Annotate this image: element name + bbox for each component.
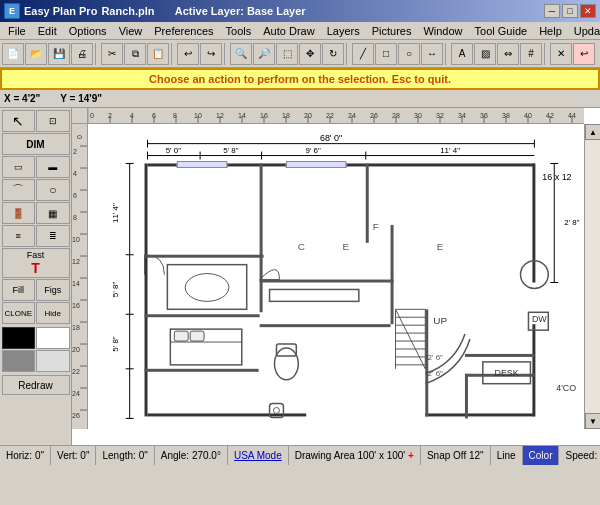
title-bar: E Easy Plan Pro Ranch.pln Active Layer: …	[0, 0, 600, 22]
menu-pictures[interactable]: Pictures	[366, 24, 418, 38]
arc-button[interactable]: ⌒	[2, 179, 36, 201]
toolbar-sep-2	[171, 43, 175, 65]
rotate-button[interactable]: ↻	[322, 43, 344, 65]
window-button[interactable]: ▦	[36, 202, 70, 224]
select-button[interactable]: ⬚	[276, 43, 298, 65]
coord-bar: X = 4'2" Y = 14'9"	[0, 90, 600, 108]
clone-button[interactable]: CLONE	[2, 302, 36, 324]
select-area-button[interactable]: ⊡	[36, 110, 70, 132]
menu-view[interactable]: View	[113, 24, 149, 38]
wall2-button[interactable]: ▬	[36, 156, 70, 178]
svg-text:2' 6": 2' 6"	[428, 369, 444, 378]
text-button[interactable]: A	[451, 43, 473, 65]
stair-button[interactable]: ≡	[2, 225, 36, 247]
hide-button[interactable]: Hide	[36, 302, 70, 324]
zoom-out-button[interactable]: 🔎	[253, 43, 275, 65]
fill-tool-button[interactable]: Fill	[2, 279, 36, 301]
maximize-button[interactable]: □	[562, 4, 578, 18]
drawing-area-label: Drawing Area	[295, 450, 355, 461]
color-swatch-1[interactable]	[2, 327, 36, 349]
line-button[interactable]: ╱	[352, 43, 374, 65]
svg-text:14: 14	[72, 280, 80, 287]
scroll-up-button[interactable]: ▲	[585, 124, 600, 140]
menu-edit[interactable]: Edit	[32, 24, 63, 38]
grid-button[interactable]: #	[520, 43, 542, 65]
print-button[interactable]: 🖨	[71, 43, 93, 65]
menu-layers[interactable]: Layers	[321, 24, 366, 38]
menu-updates[interactable]: Updates	[568, 24, 600, 38]
rect-button[interactable]: □	[375, 43, 397, 65]
menu-autodraw[interactable]: Auto Draw	[257, 24, 320, 38]
usa-mode-button[interactable]: USA Mode	[228, 446, 289, 465]
circle-button[interactable]: ○	[398, 43, 420, 65]
copy-button[interactable]: ⧉	[124, 43, 146, 65]
svg-rect-103	[391, 225, 394, 324]
scrollbar-vertical[interactable]: ▲ ▼	[584, 124, 600, 429]
dim-button[interactable]: DIM	[2, 133, 70, 155]
dimension-button[interactable]: ↔	[421, 43, 443, 65]
usa-mode-label: USA Mode	[234, 450, 282, 461]
horiz-label: Horiz: 0"	[6, 450, 44, 461]
menu-preferences[interactable]: Preferences	[148, 24, 219, 38]
door-button[interactable]: 🚪	[2, 202, 36, 224]
menu-options[interactable]: Options	[63, 24, 113, 38]
delete-button[interactable]: ✕	[550, 43, 572, 65]
save-button[interactable]: 💾	[48, 43, 70, 65]
color-button[interactable]: Color	[523, 446, 560, 465]
color-swatch-4[interactable]	[36, 350, 70, 372]
text-fast-button[interactable]: Fast T	[2, 248, 70, 278]
angle-label: Angle: 270.0°	[161, 450, 221, 461]
select-arrow-button[interactable]: ↖	[2, 110, 36, 132]
open-button[interactable]: 📂	[25, 43, 47, 65]
menu-toolguide[interactable]: Tool Guide	[469, 24, 534, 38]
stair2-button[interactable]: ≣	[36, 225, 70, 247]
menu-window[interactable]: Window	[417, 24, 468, 38]
svg-text:4: 4	[73, 170, 77, 177]
length-status: Length: 0"	[96, 446, 154, 465]
fill-button[interactable]: ▨	[474, 43, 496, 65]
svg-rect-97	[425, 413, 534, 416]
svg-text:44: 44	[568, 112, 576, 119]
undo-button[interactable]: ↩	[177, 43, 199, 65]
minimize-button[interactable]: ─	[544, 4, 560, 18]
move-button[interactable]: ✥	[299, 43, 321, 65]
redraw-button[interactable]: Redraw	[2, 375, 70, 395]
scroll-down-button[interactable]: ▼	[585, 413, 600, 429]
svg-text:16: 16	[260, 112, 268, 119]
color-swatch-3[interactable]	[2, 350, 36, 372]
zoom-in-button[interactable]: 🔍	[230, 43, 252, 65]
paste-button[interactable]: 📋	[147, 43, 169, 65]
svg-rect-107	[260, 324, 391, 327]
svg-text:18: 18	[282, 112, 290, 119]
mirror-button[interactable]: ⇔	[497, 43, 519, 65]
redo-button[interactable]: ↪	[200, 43, 222, 65]
active-layer: Active Layer: Base Layer	[175, 5, 306, 17]
close-button[interactable]: ✕	[580, 4, 596, 18]
svg-text:12: 12	[72, 258, 80, 265]
scroll-track-v[interactable]	[585, 140, 600, 413]
svg-text:9' 6": 9' 6"	[306, 146, 322, 155]
new-button[interactable]: 📄	[2, 43, 24, 65]
svg-rect-168	[286, 161, 346, 167]
redraw-label: Redraw	[18, 380, 52, 391]
svg-text:5' 8": 5' 8"	[111, 336, 120, 352]
wall-button[interactable]: ▭	[2, 156, 36, 178]
menu-file[interactable]: File	[2, 24, 32, 38]
undo2-button[interactable]: ↩	[573, 43, 595, 65]
circle-tool-button[interactable]: ○	[36, 179, 70, 201]
drawing-canvas[interactable]: 68' 0" 5' 0" 5' 8" 9' 6" 11' 4" 16 x 12	[88, 124, 584, 445]
menu-help[interactable]: Help	[533, 24, 568, 38]
svg-text:E: E	[343, 241, 350, 252]
action-message: Choose an action to perform on the selec…	[149, 73, 451, 85]
cut-button[interactable]: ✂	[101, 43, 123, 65]
svg-rect-106	[260, 280, 394, 283]
svg-rect-165	[177, 161, 227, 167]
color-swatch-2[interactable]	[36, 327, 70, 349]
svg-text:16: 16	[72, 302, 80, 309]
figs-button[interactable]: Figs	[36, 279, 70, 301]
svg-rect-99	[532, 163, 535, 282]
drawing-size-label: 100' x 100'	[358, 450, 406, 461]
svg-text:10: 10	[72, 236, 80, 243]
svg-rect-138	[174, 331, 188, 341]
menu-tools[interactable]: Tools	[220, 24, 258, 38]
